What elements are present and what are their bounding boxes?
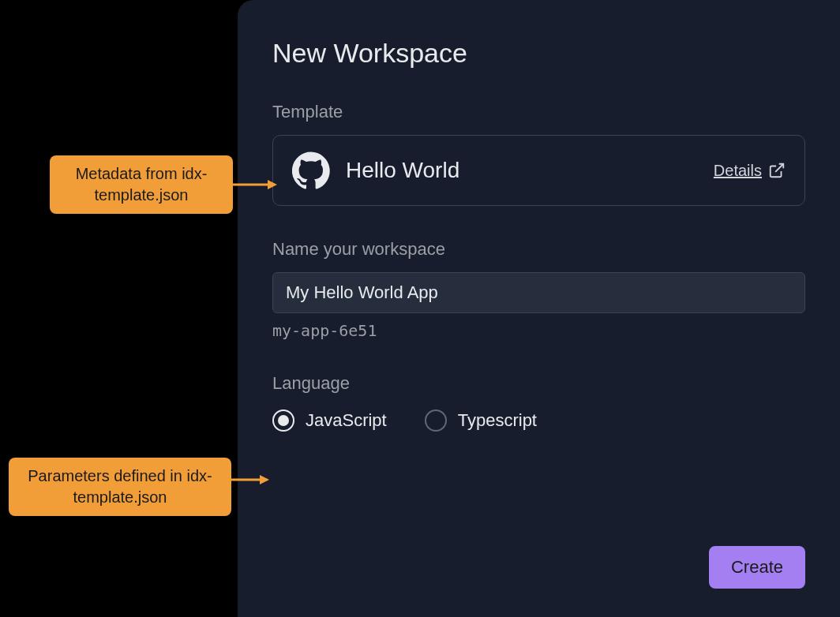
template-name: Hello World <box>346 158 698 183</box>
template-card[interactable]: Hello World Details <box>272 135 805 206</box>
language-radio-group: JavaScript Typescript <box>272 409 805 432</box>
radio-icon <box>425 409 447 432</box>
svg-line-0 <box>775 164 783 172</box>
radio-option-typescript[interactable]: Typescript <box>425 409 537 432</box>
callout-metadata: Metadata from idx-template.json <box>50 155 233 214</box>
radio-label: JavaScript <box>306 410 387 431</box>
radio-label: Typescript <box>458 410 537 431</box>
dialog-title: New Workspace <box>272 38 805 69</box>
radio-icon <box>272 409 294 432</box>
external-link-icon <box>768 162 786 179</box>
github-icon <box>292 151 330 189</box>
details-link[interactable]: Details <box>714 162 786 180</box>
language-section-label: Language <box>272 373 805 394</box>
workspace-slug: my-app-6e51 <box>272 321 805 340</box>
workspace-name-input[interactable] <box>272 272 805 313</box>
radio-option-javascript[interactable]: JavaScript <box>272 409 387 432</box>
details-label: Details <box>714 162 762 180</box>
template-section-label: Template <box>272 102 805 122</box>
name-workspace-label: Name your workspace <box>272 239 805 260</box>
new-workspace-dialog: New Workspace Template Hello World Detai… <box>238 0 840 617</box>
create-button[interactable]: Create <box>709 546 805 589</box>
callout-parameters: Parameters defined in idx-template.json <box>9 458 231 516</box>
